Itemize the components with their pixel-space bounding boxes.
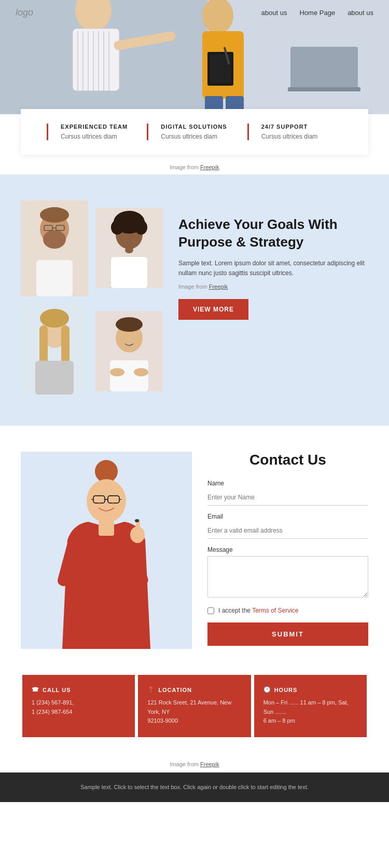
message-label: Message — [207, 546, 368, 553]
hours-text: Mon – Fri ...... 11 am – 8 pm, Sat, Sun … — [263, 698, 357, 726]
svg-point-64 — [135, 519, 139, 522]
nav-item-about1[interactable]: about us — [261, 9, 287, 17]
svg-point-58 — [113, 503, 114, 505]
contact-title: Contact Us — [207, 452, 368, 468]
info-card-location: 📍 LOCATION 121 Rock Sreet, 21 Avenue, Ne… — [138, 675, 251, 737]
email-input[interactable] — [207, 523, 368, 539]
svg-rect-5 — [73, 29, 119, 91]
nav-item-home[interactable]: Home Page — [299, 9, 335, 17]
svg-point-44 — [116, 317, 143, 332]
contact-section: Contact Us Name Email Message I accept t… — [0, 426, 389, 675]
hero-freepik-link[interactable]: Freepik — [200, 164, 219, 170]
hero-credit: Image from Freepik — [0, 155, 389, 174]
clock-icon: 🕐 — [263, 686, 271, 693]
main-nav: about us Home Page about us — [261, 9, 373, 17]
call-title: ☎ CALL US — [32, 686, 126, 693]
phone-icon: ☎ — [32, 686, 39, 693]
team-heading: Achieve Your Goals With Purpose & Strate… — [178, 216, 368, 251]
svg-point-35 — [125, 247, 133, 253]
team-section: Achieve Your Goals With Purpose & Strate… — [0, 174, 389, 426]
submit-button[interactable]: SUBMIT — [207, 622, 368, 646]
team-content: Achieve Your Goals With Purpose & Strate… — [178, 200, 368, 320]
svg-rect-3 — [288, 87, 360, 91]
feature-digital-solutions: DIGITAL SOLUTIONS Cursus ultrices diam — [147, 124, 242, 140]
team-photo-1 — [21, 200, 88, 296]
feature-desc-1: Cursus ultrices diam — [61, 133, 129, 140]
message-textarea[interactable] — [207, 556, 368, 598]
svg-point-28 — [40, 207, 69, 223]
svg-point-33 — [135, 220, 147, 235]
info-cards-row: ☎ CALL US 1 (234) 567-891, 1 (234) 987-6… — [0, 675, 389, 753]
terms-checkbox-row: I accept the Terms of Service — [207, 607, 368, 614]
svg-point-47 — [134, 368, 148, 376]
feature-desc-3: Cursus ultrices diam — [261, 133, 330, 140]
terms-checkbox[interactable] — [207, 607, 214, 614]
feature-title-1: EXPERIENCED TEAM — [61, 124, 129, 130]
svg-rect-59 — [99, 520, 114, 536]
svg-rect-2 — [290, 47, 358, 88]
team-image-credit: Image from Freepik — [178, 283, 368, 290]
location-title: 📍 LOCATION — [147, 686, 241, 693]
team-freepik-link[interactable]: Freepik — [209, 283, 228, 290]
svg-point-46 — [110, 368, 124, 376]
svg-point-57 — [99, 503, 101, 505]
form-group-message: Message — [207, 546, 368, 600]
footer-freepik-link[interactable]: Freepik — [200, 761, 219, 767]
footer-text: Sample text. Click to select the text bo… — [21, 783, 368, 792]
form-group-email: Email — [207, 513, 368, 539]
features-strip: EXPERIENCED TEAM Cursus ultrices diam DI… — [21, 109, 368, 155]
svg-rect-41 — [35, 361, 74, 395]
name-input[interactable] — [207, 490, 368, 506]
feature-desc-2: Cursus ultrices diam — [161, 133, 229, 140]
form-group-name: Name — [207, 480, 368, 506]
svg-point-32 — [111, 220, 123, 235]
svg-point-40 — [40, 309, 69, 328]
logo: logo — [16, 7, 33, 18]
team-photo-4 — [95, 311, 163, 391]
location-text: 121 Rock Sreet, 21 Avenue, New York, NY … — [147, 698, 241, 726]
svg-rect-34 — [111, 257, 147, 288]
name-label: Name — [207, 480, 368, 487]
feature-title-2: DIGITAL SOLUTIONS — [161, 124, 229, 130]
terms-label: I accept the Terms of Service — [218, 607, 299, 614]
hours-title: 🕐 HOURS — [263, 686, 357, 693]
email-label: Email — [207, 513, 368, 520]
footer-bar: Sample text. Click to select the text bo… — [0, 772, 389, 803]
team-desc: Sample text. Lorem ipsum dolor sit amet,… — [178, 259, 368, 278]
contact-photo — [21, 452, 192, 649]
team-photo-3 — [21, 304, 88, 395]
svg-point-51 — [87, 479, 126, 523]
team-photo-2 — [95, 208, 163, 288]
info-card-hours: 🕐 HOURS Mon – Fri ...... 11 am – 8 pm, S… — [254, 675, 367, 737]
header: logo about us Home Page about us — [0, 0, 389, 25]
location-icon: 📍 — [147, 686, 155, 693]
terms-of-service-link[interactable]: Terms of Service — [252, 607, 298, 614]
team-photos-grid — [21, 200, 163, 395]
feature-experienced-team: EXPERIENCED TEAM Cursus ultrices diam — [47, 124, 142, 140]
feature-support: 24/7 SUPPORT Cursus ultrices diam — [247, 124, 342, 140]
nav-item-about2[interactable]: about us — [348, 9, 373, 17]
call-text: 1 (234) 567-891, 1 (234) 987-654 — [32, 698, 126, 716]
info-card-call: ☎ CALL US 1 (234) 567-891, 1 (234) 987-6… — [22, 675, 135, 737]
contact-form-area: Contact Us Name Email Message I accept t… — [207, 452, 368, 646]
svg-rect-27 — [36, 260, 73, 296]
footer-image-credit: Image from Freepik — [0, 753, 389, 772]
view-more-button[interactable]: VIEW MORE — [178, 299, 248, 320]
feature-title-3: 24/7 SUPPORT — [261, 124, 330, 130]
svg-point-23 — [43, 230, 66, 249]
